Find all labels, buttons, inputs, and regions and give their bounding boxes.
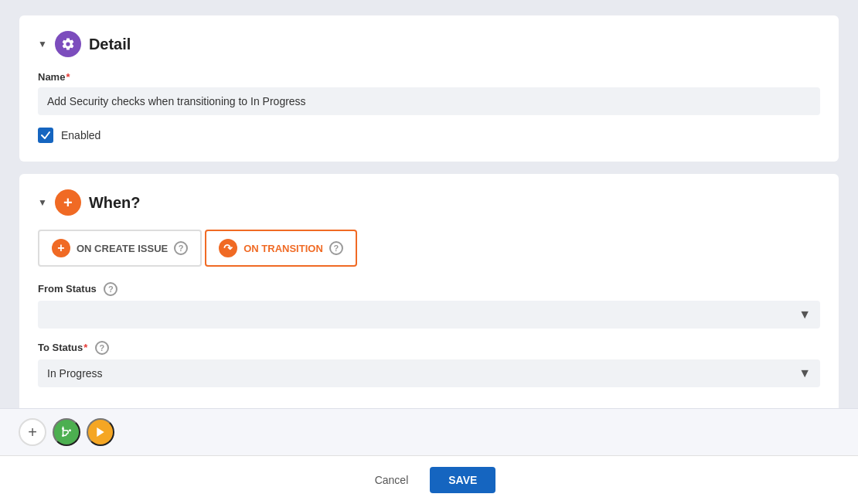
save-button[interactable]: SAVE [430,467,495,493]
detail-collapse-arrow[interactable]: ▼ [38,39,47,49]
play-toolbar-button[interactable] [87,418,114,446]
when-collapse-arrow[interactable]: ▼ [38,197,47,208]
name-field-group: Name* [38,71,820,115]
from-status-label: From Status ? [38,282,820,296]
svg-point-2 [69,429,71,431]
gear-icon [55,31,81,57]
to-status-label: To Status* ? [38,341,820,355]
bottom-toolbar: + [0,408,858,455]
detail-card: ▼ Detail Name* Enabled [19,15,839,162]
on-transition-help-icon[interactable]: ? [329,241,343,255]
to-status-select-wrapper: In Progress ▼ [38,359,820,387]
svg-point-0 [62,427,64,430]
on-create-help-icon[interactable]: ? [174,241,188,255]
on-create-plus-icon: + [52,239,70,257]
name-label: Name* [38,71,820,83]
cancel-button[interactable]: Cancel [363,468,421,492]
enabled-row: Enabled [38,128,820,143]
on-create-label: ON CREATE ISSUE [77,243,168,254]
when-card: ▼ + When? + ON CREATE ISSUE ? ↷ ON TRANS… [19,174,839,408]
when-title: When? [89,194,141,212]
enabled-checkbox[interactable] [38,128,53,143]
on-transition-label: ON TRANSITION [243,243,323,254]
to-status-help-icon[interactable]: ? [95,341,109,355]
enabled-label: Enabled [61,129,100,141]
detail-title: Detail [89,36,131,53]
add-toolbar-button[interactable]: + [19,418,46,446]
name-input[interactable] [38,87,820,115]
svg-point-1 [62,434,64,437]
trigger-buttons-group: + ON CREATE ISSUE ? ↷ ON TRANSITION ? [38,230,820,267]
when-card-header: ▼ + When? [38,189,820,216]
on-transition-icon: ↷ [219,239,237,257]
to-status-select[interactable]: In Progress [38,359,820,387]
from-status-help-icon[interactable]: ? [104,282,117,296]
when-plus-icon: + [55,189,81,216]
svg-marker-3 [97,427,104,437]
trigger-on-create-button[interactable]: + ON CREATE ISSUE ? [38,230,202,267]
trigger-on-transition-button[interactable]: ↷ ON TRANSITION ? [205,230,357,267]
to-status-group: To Status* ? In Progress ▼ [38,341,820,387]
footer: Cancel SAVE [0,455,858,504]
detail-card-header: ▼ Detail [38,31,820,57]
from-status-select-wrapper: ▼ [38,301,820,329]
from-status-group: From Status ? ▼ [38,282,820,329]
branch-toolbar-button[interactable] [53,418,80,446]
from-status-select[interactable] [38,301,820,329]
